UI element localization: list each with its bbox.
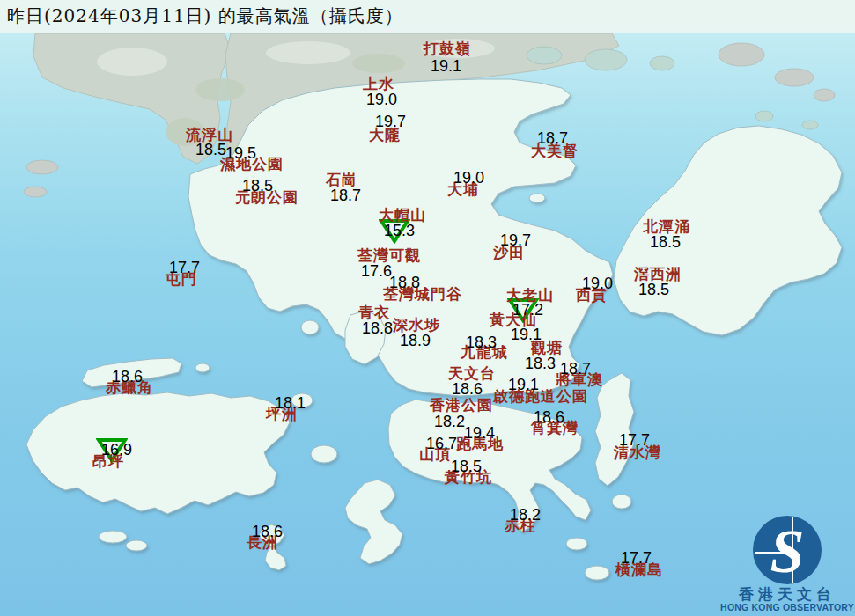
station-temp-value: 18.1	[275, 395, 306, 411]
station-temp-value: 18.8	[362, 320, 393, 336]
station-temp-value: 19.7	[375, 114, 406, 129]
station-temp-value: 19.0	[453, 170, 484, 186]
station-temp-value: 17.7	[619, 432, 650, 448]
station-name-label: 滘西洲	[634, 267, 682, 282]
station-temp-value: 19.1	[431, 58, 461, 74]
station-temp-value: 18.8	[389, 275, 420, 290]
station-temp-value: 18.5	[451, 458, 482, 474]
station-temp-value: 19.7	[500, 232, 531, 248]
hei-ling-chau-island	[311, 445, 337, 463]
ma-wan-island	[301, 320, 319, 334]
station-temp-value: 18.6	[252, 524, 283, 539]
station-name-label: 荃灣可觀	[357, 248, 421, 263]
station-name-label: 深水埗	[393, 318, 440, 333]
station-temp-value: 18.5	[638, 282, 669, 297]
station-temp-value: 19.4	[464, 425, 495, 441]
station-temp-value: 19.1	[511, 326, 542, 342]
station-temp-value: 18.5	[650, 234, 681, 250]
station-name-label: 香港公園	[430, 398, 493, 413]
station-temp-value: 17.6	[361, 263, 392, 279]
station-name-label: 天文台	[448, 366, 496, 381]
station-name-label: 青衣	[358, 305, 390, 320]
hko-max-temperature-map: 昨日(2024年03月11日) 的最高氣溫（攝氏度） 19.1打鼓嶺19.0上水…	[0, 0, 855, 616]
station-temp-value: 18.3	[466, 334, 497, 350]
station-temp-value: 16.7	[426, 436, 457, 451]
tung-lung-islet	[612, 495, 631, 509]
station-temp-value: 18.3	[525, 356, 556, 371]
hko-logo-icon: S	[717, 510, 855, 584]
station-temp-value: 18.5	[195, 142, 226, 158]
soko-islet-1	[99, 531, 127, 543]
station-temp-value: 18.9	[400, 333, 431, 348]
station-temp-value: 19.1	[508, 377, 539, 392]
station-temp-value: 16.9	[101, 442, 132, 458]
station-temp-value: 18.6	[112, 369, 143, 385]
station-temp-value: 15.3	[384, 223, 415, 238]
station-temp-value: 18.7	[330, 187, 361, 203]
svg-text:S: S	[770, 517, 805, 584]
station-temp-value: 18.6	[534, 409, 564, 425]
station-name-label: 石崗	[326, 172, 357, 187]
soko-islet-2	[126, 540, 147, 551]
hko-logo-english-name: HONG KONG OBSERVATORY	[717, 602, 855, 612]
ma-shi-chau-islet	[529, 194, 545, 202]
station-temp-value: 19.0	[366, 92, 397, 107]
station-temp-value: 19.0	[582, 275, 613, 291]
station-name-label: 打鼓嶺	[424, 41, 471, 56]
station-temp-value: 17.7	[621, 550, 652, 566]
station-temp-value: 19.5	[225, 145, 256, 161]
page-title: 昨日(2024年03月11日) 的最高氣溫（攝氏度）	[7, 4, 403, 28]
station-temp-value: 18.7	[560, 361, 591, 377]
station-name-label: 大帽山	[379, 208, 426, 223]
station-temp-value: 17.2	[512, 302, 543, 318]
station-temp-value: 18.2	[510, 507, 541, 523]
station-temp-value: 17.7	[169, 260, 200, 275]
station-name-label: 北潭涌	[643, 219, 690, 234]
brothers-islet	[195, 363, 210, 372]
station-temp-value: 18.7	[537, 130, 568, 146]
station-temp-value: 18.6	[452, 381, 483, 397]
hko-logo: S 香港天文台 HONG KONG OBSERVATORY	[717, 510, 855, 616]
station-temp-value: 18.2	[434, 414, 465, 429]
waglan-islet	[585, 566, 609, 580]
po-toi-islet	[566, 538, 587, 550]
station-name-label: 上水	[363, 77, 394, 92]
station-temp-value: 18.5	[242, 178, 273, 194]
